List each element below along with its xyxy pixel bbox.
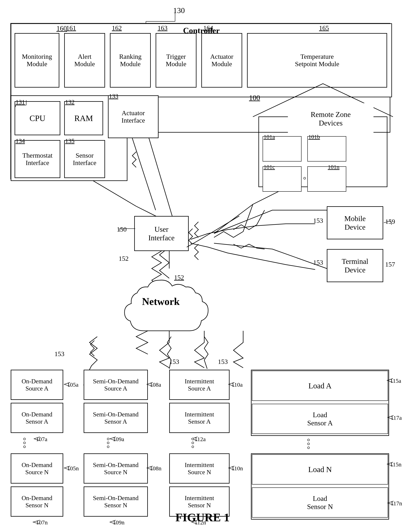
load-n: Load N [252,454,388,484]
arrow-159 [383,220,392,226]
ref-153-terminal: 153 [313,259,323,266]
arrow-112a [190,436,199,442]
ram-box: RAM [64,101,103,135]
trigger-label: TriggerModule [166,53,186,68]
intermittent-source-n: IntermittentSource N [169,453,230,484]
terminal-device-box: TerminalDevice [327,249,383,282]
temp-setpoint-label: TemperatureSetpoint Module [295,53,339,68]
load-a: Load A [252,371,388,401]
network-bottom-line [162,335,181,374]
alert-module: AlertModule [64,33,105,88]
col3-dots [192,438,194,448]
arrow-105n [62,465,72,471]
on-demand-source-a: On-DemandSource A [11,370,63,400]
intermittent-source-a: IntermittentSource A [169,370,230,400]
actuator-module-label: ActuatorModule [210,53,233,68]
ref-153-left: 153 [54,350,64,358]
ref-153-mobile: 153 [313,217,323,224]
ref-153-bottom: 153 [169,358,179,365]
ref-157: 157 [385,261,395,268]
terminal-device-label: TerminalDevice [342,257,368,274]
arrow-117a [386,415,395,420]
ref-162: 162 [112,24,122,32]
diagram: 130 Controller 160 MonitoringModule Aler… [0,0,405,532]
arrow-150 [116,225,137,232]
ref-152: 152 [119,255,128,262]
remote-zone-text: Remote ZoneDevices [311,110,351,127]
arrow-117n [386,500,395,506]
arrow-107a [32,436,42,442]
col2-dots [107,438,109,448]
svg-line-12 [132,138,156,210]
ranking-module: RankingModule [110,33,151,88]
alert-label: AlertModule [74,53,95,68]
monitoring-label: MonitoringModule [22,53,52,68]
thermostat-interface-label: Thermostat Interface [15,152,60,167]
ref-160-controller: 160 [56,24,67,33]
load-sensor-a: LoadSensor A [252,404,388,434]
ref-101a: 101a [263,134,275,140]
ref-132: 132 [65,98,74,106]
user-interface-label: UserInterface [148,225,175,242]
ref-135: 135 [65,137,74,145]
ref-101b: 101b [308,134,320,140]
sensor-interface-label: SensorInterface [73,152,96,167]
cpu-label: CPU [30,114,46,123]
ui-to-terminal-line [189,233,325,282]
network-label: Network [142,296,180,307]
ref-101c: 101c [263,164,275,170]
ref-164: 164 [203,24,213,32]
ranking-label: RankingModule [119,53,142,68]
sensor-interface-box: SensorInterface [64,140,105,178]
actuator-module: ActuatorModule [201,33,242,88]
network-152: 152 [174,274,184,281]
arrow-108n [145,465,155,471]
intermittent-sensor-a: IntermittentSensor A [169,403,230,433]
zone-101n [307,166,346,192]
user-interface-box: UserInterface [134,216,189,251]
arrow-115a [385,377,395,383]
arrow-109a [108,436,118,442]
arrow-115n [385,461,395,467]
ref-163: 163 [158,24,168,32]
actuator-interface-box: ActuatorInterface [108,95,159,138]
ref-131: 131 [16,98,25,106]
actuator-interface-label: ActuatorInterface [122,109,145,124]
remote-zone-label: Remote ZoneDevices [288,103,373,134]
ref-101n: 101n [328,164,339,170]
on-demand-sensor-a: On-DemandSensor A [11,403,63,433]
semi-demand-sensor-a: Semi-On-DemandSensor A [84,403,148,433]
network-cloud [121,276,230,341]
mobile-device-label: MobileDevice [344,214,366,231]
ref-161: 161 [66,24,76,32]
arrow-110a [227,381,236,387]
network-bottomright-line [195,335,224,374]
arrow-110n [227,465,236,471]
thermostat-interface-box: Thermostat Interface [15,140,60,178]
arrow-108a [145,381,155,387]
monitoring-module: MonitoringModule [15,33,59,88]
col4-dots [307,439,310,449]
ram-label: RAM [74,114,93,123]
ref-165: 165 [319,24,329,32]
semi-demand-source-a: Semi-On-DemandSource A [84,370,148,400]
on-demand-source-n: On-DemandSource N [11,453,63,484]
semi-demand-source-n: Semi-On-DemandSource N [84,453,148,484]
ref-153-bottomright: 153 [218,358,228,365]
line-actuator-to-ui [117,136,175,214]
figure-title: FIGURE 1 [0,511,405,524]
col1-dots [23,438,26,448]
mobile-device-box: MobileDevice [327,206,383,239]
ref-134: 134 [16,137,25,145]
trigger-module: TriggerModule [156,33,196,88]
ref-133: 133 [109,93,118,100]
arrow-105a [62,381,72,387]
